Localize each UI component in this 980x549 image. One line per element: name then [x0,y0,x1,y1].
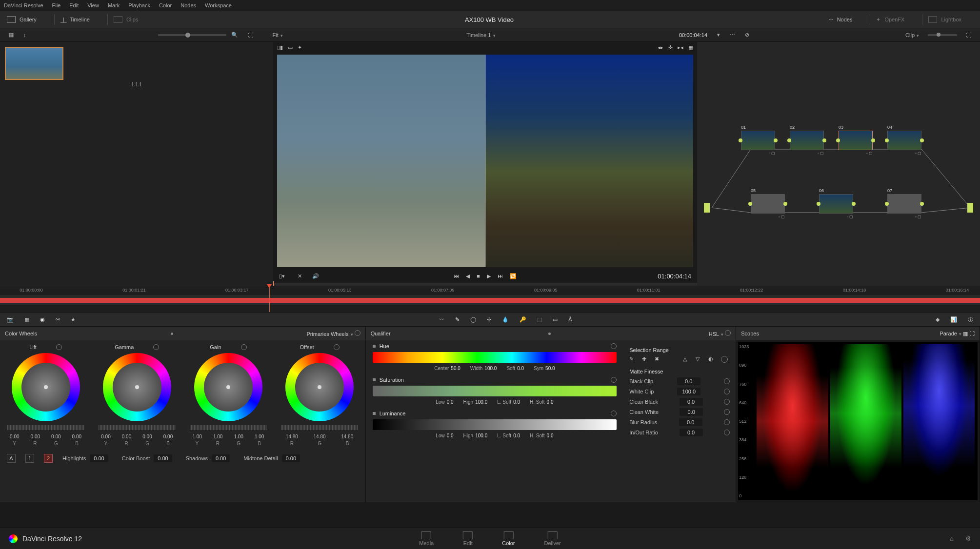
hue-slider[interactable] [373,352,617,363]
feather-add-icon[interactable]: △ [683,356,690,363]
node-07[interactable]: 07▫ ▢ [887,188,921,219]
menu-item[interactable]: Mark [108,2,120,8]
timeline-track[interactable] [0,296,980,305]
data-burn-icon[interactable]: Å [568,316,572,322]
page-2-button[interactable]: 2 [44,454,53,463]
timeline-clip[interactable] [0,298,980,303]
page-color[interactable]: Color [502,531,515,546]
wipe-invert-icon[interactable]: ▸◂ [678,44,683,51]
stop-button[interactable]: ■ [477,273,480,279]
reset-icon[interactable] [241,344,247,350]
sat-low-value[interactable]: 0.0 [447,399,454,405]
unmute-icon[interactable]: ✕ [298,273,302,279]
keyframe-icon[interactable]: ◆ [936,316,940,323]
lum-hsoft-value[interactable]: 0.0 [547,433,554,438]
window-icon[interactable]: ◯ [470,316,476,323]
sat-high-value[interactable]: 100.0 [475,399,487,405]
wheel-value[interactable]: 14.80 [314,434,326,439]
last-frame-button[interactable]: ⏭ [498,273,503,279]
param-value[interactable]: 0.00 [282,454,300,462]
matte-value[interactable]: 0.0 [680,429,703,436]
picker-add-icon[interactable]: ✚ [642,356,649,363]
menu-item[interactable]: File [52,2,61,8]
wheel-value[interactable]: 0.00 [72,434,81,439]
timeline-ruler[interactable]: 01:00:00:0001:00:01:2101:00:03:1701:00:0… [0,286,980,296]
wheel-value[interactable]: 1.00 [234,434,243,439]
zoom-slider[interactable] [158,34,226,36]
gallery-toggle[interactable]: Gallery [7,16,37,23]
reset-icon[interactable] [334,344,340,350]
lightbox-toggle[interactable]: Lightbox [928,16,961,23]
menu-item[interactable]: Nodes [180,2,196,8]
blur-icon[interactable]: 💧 [502,316,509,323]
scopes-expand-icon[interactable]: ⛶ [969,331,975,336]
wheel-value[interactable]: 0.00 [101,434,110,439]
reset-icon[interactable] [153,344,159,350]
page-a-button[interactable]: A [7,454,16,463]
reset-icon[interactable] [724,419,730,425]
hue-center-value[interactable]: 50.0 [451,366,460,371]
wheel-value[interactable]: 0.00 [51,434,60,439]
play-button[interactable]: ▶ [487,273,491,279]
color-wheel-gain[interactable] [194,353,262,421]
wheel-value[interactable]: 0.00 [142,434,152,439]
reset-icon[interactable] [611,377,617,383]
saturation-slider[interactable] [373,386,617,396]
invert-icon[interactable]: ◐ [708,356,715,363]
color-wheel-lift[interactable] [12,353,80,421]
timeline-dropdown[interactable]: Timeline 1 [461,32,500,38]
gallery-view-icon[interactable]: ▦ [4,32,19,38]
nodes-toggle[interactable]: ⊹ Nodes [829,17,853,23]
reset-icon[interactable] [56,344,62,350]
matte-value[interactable]: 0.0 [680,408,703,416]
clip-dropdown[interactable]: Clip [900,32,924,38]
reset-icon[interactable] [611,343,617,349]
timeline-strip[interactable]: 01:00:00:0001:00:01:2101:00:03:1701:00:0… [0,286,980,312]
settings-icon[interactable]: ⚙ [965,535,971,542]
matte-value[interactable]: 0.0 [679,418,702,426]
param-value[interactable]: 0.00 [154,454,172,462]
info-icon[interactable]: ⓘ [968,316,973,323]
node-01[interactable]: 01▫ ▢ [741,125,775,156]
key-icon[interactable]: 🔑 [520,316,526,323]
viewer-timecode[interactable]: 00:00:04:14 [674,32,712,38]
page-1-button[interactable]: 1 [25,454,34,463]
color-wheel-offset[interactable] [285,353,354,421]
menu-item[interactable]: Workspace [205,2,232,8]
speaker-icon[interactable]: 🔊 [312,273,319,279]
node-06[interactable]: 06▫ ▢ [819,188,853,219]
sat-lsoft-value[interactable]: 0.0 [513,399,520,405]
matte-value[interactable]: 100.0 [677,388,700,395]
jog-wheel[interactable] [190,425,267,430]
sizing-icon[interactable]: ⬚ [537,316,542,323]
lum-lsoft-value[interactable]: 0.0 [513,433,520,438]
hue-sym-value[interactable]: 50.0 [545,366,555,371]
rgb-mixer-icon[interactable]: ⚯ [56,316,60,323]
reset-icon[interactable] [725,330,731,336]
wheel-value[interactable]: 14.80 [341,434,353,439]
jog-wheel[interactable] [281,425,358,430]
split-icon[interactable]: ▭ [288,44,293,51]
viewer-screen[interactable] [277,55,693,267]
reset-icon[interactable] [724,409,730,415]
highlight-icon[interactable]: ✦ [298,44,302,51]
chevron-down-icon[interactable]: ▾ [712,32,725,38]
node-input[interactable] [704,203,710,213]
loop-icon[interactable]: ▯▾ [279,273,285,279]
jog-wheel[interactable] [99,425,176,430]
node-04[interactable]: 04▫ ▢ [887,125,921,156]
reset-icon[interactable] [721,356,728,363]
color-match-icon[interactable]: ▦ [24,316,29,323]
wipe-style-icon[interactable]: ▦ [688,44,693,51]
matte-value[interactable]: 0.0 [680,398,703,406]
loop-button[interactable]: 🔁 [510,273,517,279]
home-icon[interactable]: ⌂ [950,535,954,542]
prev-frame-button[interactable]: ◀ [466,273,470,279]
wheel-value[interactable]: 14.80 [286,434,298,439]
color-wheel-gamma[interactable] [103,353,171,421]
qualifier-icon[interactable]: ✎ [455,316,460,323]
lum-toggle[interactable] [373,412,376,415]
param-value[interactable]: 0.00 [212,454,230,462]
param-value[interactable]: 0.00 [90,454,108,462]
reset-icon[interactable] [355,330,360,336]
